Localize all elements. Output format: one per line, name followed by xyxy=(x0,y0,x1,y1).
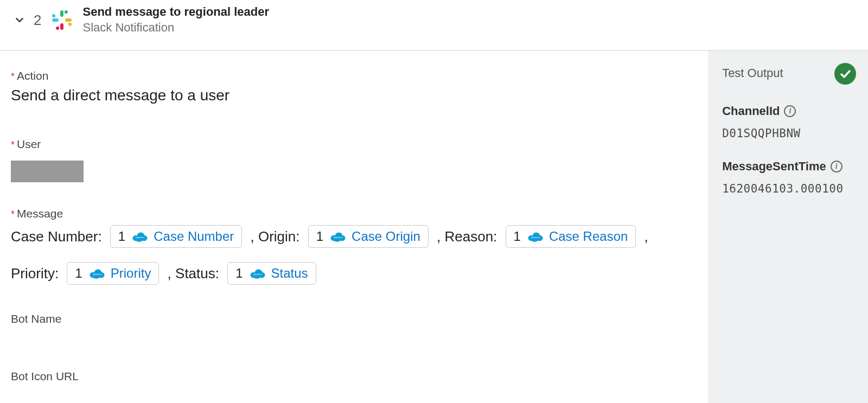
field-pill[interactable]: 1salesforceCase Number xyxy=(110,225,242,248)
field-pill[interactable]: 1salesforcePriority xyxy=(67,262,159,285)
svg-text:salesforce: salesforce xyxy=(253,273,262,276)
message-text: Priority: xyxy=(11,260,62,286)
step-header: 2 Send message to regional leader Slack … xyxy=(0,0,868,51)
info-icon[interactable]: i xyxy=(784,105,796,117)
test-output-panel: Test Output ChannelIdiD01SQQPHBNWMessage… xyxy=(708,51,868,403)
message-text: , Status: xyxy=(163,260,223,286)
salesforce-icon: salesforce xyxy=(89,268,105,279)
message-text: , Reason: xyxy=(433,223,501,250)
user-label: User xyxy=(11,138,697,151)
svg-rect-9 xyxy=(52,18,59,22)
svg-rect-3 xyxy=(65,18,72,22)
field-pill[interactable]: 1salesforceCase Reason xyxy=(506,225,636,248)
user-field[interactable] xyxy=(11,161,84,182)
pill-label: Case Number xyxy=(154,223,234,250)
salesforce-icon: salesforce xyxy=(330,231,346,242)
field-pill[interactable]: 1salesforceStatus xyxy=(227,262,316,285)
success-check-icon xyxy=(834,63,856,85)
message-text: , Origin: xyxy=(246,223,303,250)
output-field-label: MessageSentTimei xyxy=(722,159,843,174)
pill-label: Status xyxy=(271,260,308,286)
pill-label: Case Origin xyxy=(352,223,420,250)
svg-text:salesforce: salesforce xyxy=(92,273,101,276)
output-field-label: ChannelIdi xyxy=(722,104,796,118)
svg-rect-2 xyxy=(65,12,66,14)
salesforce-icon: salesforce xyxy=(527,231,544,242)
field-pill[interactable]: 1salesforceCase Origin xyxy=(308,225,429,248)
svg-rect-8 xyxy=(58,27,59,28)
output-field-value: D01SQQPHBNW xyxy=(722,127,854,140)
action-label: Action xyxy=(11,69,697,82)
svg-text:salesforce: salesforce xyxy=(531,236,540,239)
svg-rect-11 xyxy=(54,16,55,17)
pill-index: 1 xyxy=(316,223,323,250)
bot-icon-url-label: Bot Icon URL xyxy=(11,370,697,383)
pill-index: 1 xyxy=(235,260,242,286)
step-number: 2 xyxy=(34,12,41,29)
salesforce-icon: salesforce xyxy=(132,231,148,242)
svg-rect-6 xyxy=(60,23,63,30)
message-text: , xyxy=(640,223,652,250)
message-field[interactable]: Case Number: 1salesforceCase Number , Or… xyxy=(11,223,697,286)
svg-text:salesforce: salesforce xyxy=(136,236,145,239)
pill-index: 1 xyxy=(514,223,521,250)
action-value[interactable]: Send a direct message to a user xyxy=(11,87,697,104)
salesforce-icon: salesforce xyxy=(250,268,266,279)
step-subtitle: Slack Notification xyxy=(82,21,269,35)
svg-rect-0 xyxy=(60,10,63,17)
message-text: Case Number: xyxy=(11,223,106,250)
pill-index: 1 xyxy=(75,260,82,286)
bot-name-label: Bot Name xyxy=(11,312,697,325)
pill-label: Priority xyxy=(111,260,151,286)
chevron-down-icon[interactable] xyxy=(13,14,26,27)
pill-index: 1 xyxy=(118,223,125,250)
slack-icon xyxy=(51,9,73,31)
info-icon[interactable]: i xyxy=(831,161,843,172)
output-field-value: 1620046103.000100 xyxy=(722,182,854,195)
pill-label: Case Reason xyxy=(549,223,628,250)
svg-rect-5 xyxy=(68,23,70,24)
message-label: Message xyxy=(11,207,697,220)
step-title: Send message to regional leader xyxy=(82,5,269,18)
form-column: Action Send a direct message to a user U… xyxy=(0,51,708,403)
svg-text:salesforce: salesforce xyxy=(334,236,343,239)
